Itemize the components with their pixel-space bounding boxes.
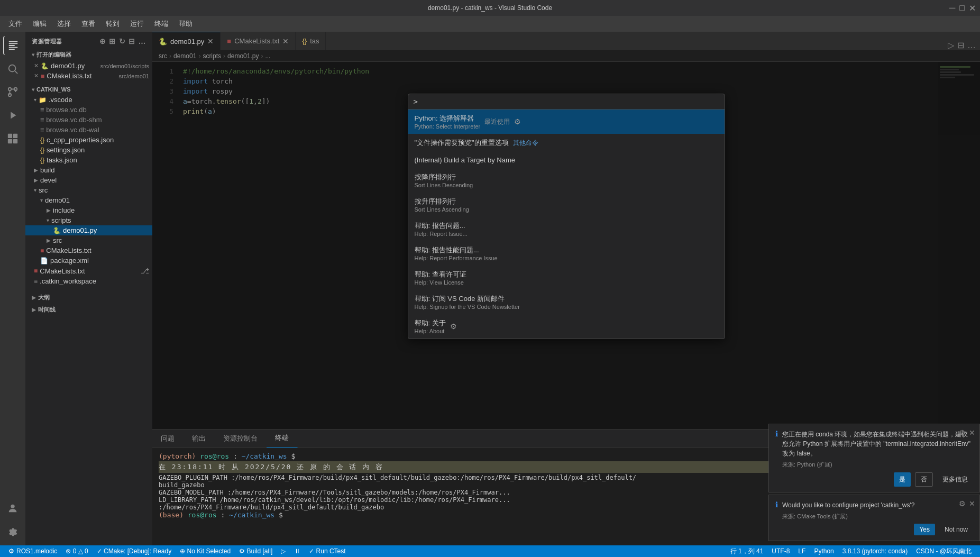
command-input[interactable]: [414, 97, 719, 106]
activity-run[interactable]: [3, 106, 22, 125]
status-ros[interactable]: ⚙ ROS1.melodic: [4, 545, 61, 557]
cmake-settings-icon[interactable]: ⚙: [959, 499, 966, 508]
status-ctest[interactable]: ✓ Run CTest: [305, 545, 350, 557]
status-cursor[interactable]: 行 1，列 41: [726, 547, 768, 556]
devel-folder[interactable]: ▶ devel: [25, 175, 152, 185]
more-editor-icon[interactable]: …: [967, 41, 976, 50]
activity-search[interactable]: [3, 59, 22, 78]
outline-section[interactable]: ▶ 大纲: [25, 291, 152, 304]
status-eol[interactable]: LF: [794, 547, 810, 555]
cmake-yes-btn[interactable]: Yes: [914, 524, 935, 535]
status-kit[interactable]: ⊕ No Kit Selected: [176, 545, 235, 557]
new-folder-icon[interactable]: ⊞: [109, 37, 116, 45]
cmd-about[interactable]: 帮助: 关于 Help: About ⚙: [408, 314, 725, 339]
minimize-icon[interactable]: ─: [949, 3, 955, 13]
status-language[interactable]: Python: [810, 547, 838, 555]
scripts-folder[interactable]: ▾ scripts: [25, 215, 152, 225]
run-code-icon[interactable]: ▷: [948, 40, 954, 50]
menu-select[interactable]: 选择: [53, 17, 75, 31]
cmd-python-interpreter[interactable]: Python: 选择解释器 Python: Select Interpreter…: [408, 109, 725, 134]
tab-demo01[interactable]: 🐍 demo01.py ✕: [152, 32, 221, 50]
refresh-icon[interactable]: ↻: [119, 37, 126, 45]
cmake-root-file[interactable]: ■ CMakeLists.txt ⎇: [25, 266, 152, 276]
cmd-report-issue[interactable]: 帮助: 报告问题... Help: Report Issue...: [408, 217, 725, 241]
catkin-workspace-file[interactable]: ≡ .catkin_workspace: [25, 276, 152, 286]
conda-yes-btn[interactable]: 是: [894, 472, 911, 487]
status-build[interactable]: ⚙ Build [all]: [235, 545, 277, 557]
status-python-ver[interactable]: 3.8.13 (pytorch: conda): [838, 547, 912, 555]
more-actions-icon[interactable]: …: [139, 37, 146, 45]
cmd-newsletter[interactable]: 帮助: 订阅 VS Code 新闻邮件 Help: Signup for the…: [408, 290, 725, 314]
tab-tasks[interactable]: {} tas: [296, 32, 326, 50]
cmd-build-target[interactable]: (Internal) Build a Target by Name: [408, 152, 725, 168]
cmd-sort-desc[interactable]: 按降序排列行 Sort Lines Descending: [408, 168, 725, 193]
cmd-report-perf[interactable]: 帮助: 报告性能问题... Help: Report Performance I…: [408, 241, 725, 266]
status-run-btn[interactable]: ▷: [277, 545, 290, 557]
close-icon[interactable]: ✕: [969, 3, 976, 13]
new-file-icon[interactable]: ⊕: [99, 37, 106, 45]
cmake-notnow-btn[interactable]: Not now: [939, 524, 973, 535]
package-xml-file[interactable]: 📄 package.xml: [25, 255, 152, 266]
browse-shm-file[interactable]: ≡ browse.vc.db-shm: [25, 115, 152, 125]
browse-wal-file[interactable]: ≡ browse.vc.db-wal: [25, 125, 152, 135]
cpp-props-file[interactable]: {} c_cpp_properties.json: [25, 135, 152, 145]
open-file-demo01[interactable]: ✕ 🐍 demo01.py src/demo01/scripts: [25, 61, 152, 71]
conda-close-icon[interactable]: ✕: [969, 428, 975, 437]
settings-file[interactable]: {} settings.json: [25, 145, 152, 155]
conda-settings-icon[interactable]: ⚙: [959, 428, 966, 437]
collapse-all-icon[interactable]: ⊟: [129, 37, 135, 45]
cmd-python-gear[interactable]: ⚙: [514, 117, 521, 126]
status-encoding[interactable]: UTF-8: [767, 547, 794, 555]
activity-source-control[interactable]: [3, 83, 22, 102]
activity-explorer[interactable]: [3, 36, 22, 55]
breadcrumb-demo01[interactable]: demo01: [173, 52, 196, 60]
menu-help[interactable]: 帮助: [175, 17, 197, 31]
include-folder[interactable]: ▶ include: [25, 205, 152, 215]
cmd-view-license[interactable]: 帮助: 查看许可证 Help: View License: [408, 266, 725, 290]
demo01-folder[interactable]: ▾ demo01: [25, 195, 152, 205]
tab-cmake[interactable]: ■ CMakeLists.txt ✕: [221, 32, 296, 50]
panel-tab-terminal[interactable]: 终端: [267, 429, 298, 448]
menu-view[interactable]: 查看: [77, 17, 99, 31]
activity-settings[interactable]: [3, 522, 22, 541]
demo01-py-file[interactable]: 🐍 demo01.py: [25, 225, 152, 235]
split-editor-icon[interactable]: ⊟: [957, 40, 964, 50]
status-errors[interactable]: ⊗ 0 △ 0: [61, 545, 92, 557]
maximize-icon[interactable]: □: [959, 3, 965, 13]
cmake-file-demo01[interactable]: ■ CMakeLists.txt: [25, 245, 152, 255]
catkin-ws-section[interactable]: ▾ CATKIN_WS: [25, 84, 152, 95]
cmd-sort-asc[interactable]: 按升序排列行 Sort Lines Ascending: [408, 193, 725, 217]
activity-account[interactable]: [3, 499, 22, 518]
panel-tab-problems[interactable]: 问题: [152, 429, 184, 448]
cmake-close-icon[interactable]: ✕: [969, 499, 975, 508]
cmd-about-gear[interactable]: ⚙: [450, 322, 457, 331]
open-file-cmake[interactable]: ✕ ■ CMakeLists.txt src/demo01: [25, 71, 152, 81]
panel-tab-output[interactable]: 输出: [184, 429, 215, 448]
activity-extensions[interactable]: [3, 129, 22, 148]
menu-file[interactable]: 文件: [4, 17, 26, 31]
tasks-file[interactable]: {} tasks.json: [25, 155, 152, 165]
tab-close-cmake[interactable]: ✕: [282, 37, 289, 45]
menu-edit[interactable]: 编辑: [29, 17, 51, 31]
cmake-close-icon[interactable]: ✕: [34, 72, 39, 79]
conda-no-btn[interactable]: 否: [915, 472, 933, 487]
browse-db-file[interactable]: ≡ browse.vc.db: [25, 105, 152, 115]
network-section[interactable]: ▶ 时间线: [25, 304, 152, 316]
breadcrumb-ellipsis[interactable]: ...: [265, 52, 270, 60]
vscode-folder[interactable]: ▾ 📁 .vscode: [25, 95, 152, 105]
close-file-icon[interactable]: ✕: [34, 62, 39, 69]
breadcrumb-demo01py[interactable]: demo01.py: [227, 52, 259, 60]
status-debug-btn[interactable]: ⏸: [290, 545, 305, 557]
menu-run[interactable]: 运行: [126, 17, 148, 31]
tab-close-demo01[interactable]: ✕: [207, 37, 214, 45]
status-user[interactable]: CSDN - @坏风南北: [912, 547, 976, 556]
build-folder[interactable]: ▶ build: [25, 165, 152, 175]
panel-tab-debug[interactable]: 资源控制台: [215, 429, 267, 448]
breadcrumb-src[interactable]: src: [159, 52, 167, 60]
open-editors-section[interactable]: ▾ 打开的编辑器: [25, 49, 152, 61]
src-folder[interactable]: ▾ src: [25, 185, 152, 195]
menu-terminal[interactable]: 终端: [150, 17, 172, 31]
src-sub-folder[interactable]: ▶ src: [25, 235, 152, 245]
status-cmake[interactable]: ✓ CMake: [Debug]: Ready: [93, 545, 176, 557]
breadcrumb-scripts[interactable]: scripts: [203, 52, 221, 60]
